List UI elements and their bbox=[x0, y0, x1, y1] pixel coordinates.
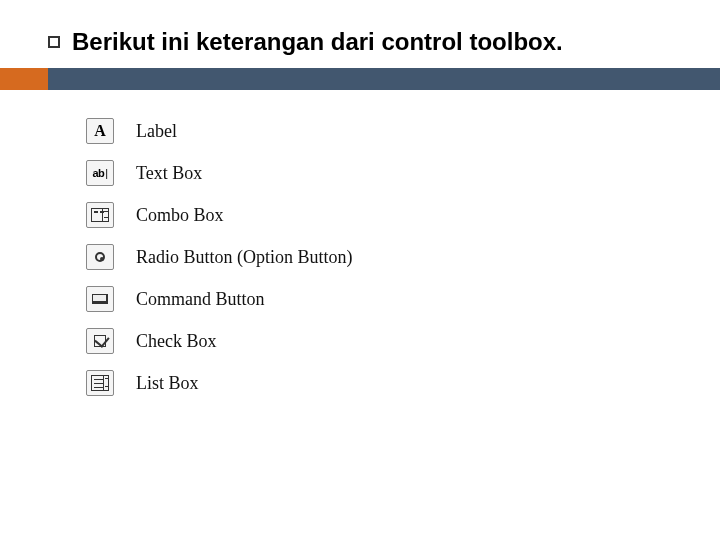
item-label: Label bbox=[136, 121, 177, 142]
glyph-button-3d bbox=[92, 294, 108, 304]
list-item: A Label bbox=[86, 118, 680, 144]
list-item: List Box bbox=[86, 370, 680, 396]
glyph-radio-dot bbox=[95, 252, 105, 262]
list-item: Combo Box bbox=[86, 202, 680, 228]
item-label: Check Box bbox=[136, 331, 217, 352]
glyph-letter-a: A bbox=[94, 122, 106, 140]
glyph-combobox bbox=[91, 208, 109, 222]
label-icon: A bbox=[86, 118, 114, 144]
accent-navy bbox=[48, 68, 720, 90]
accent-orange bbox=[0, 68, 48, 90]
list-item: ab Text Box bbox=[86, 160, 680, 186]
glyph-checkmark-box bbox=[94, 335, 106, 347]
combobox-icon bbox=[86, 202, 114, 228]
list-item: Command Button bbox=[86, 286, 680, 312]
checkbox-icon bbox=[86, 328, 114, 354]
radio-icon bbox=[86, 244, 114, 270]
item-label: Radio Button (Option Button) bbox=[136, 247, 353, 268]
list-item: Check Box bbox=[86, 328, 680, 354]
list-item: Radio Button (Option Button) bbox=[86, 244, 680, 270]
accent-bar bbox=[0, 68, 720, 90]
textbox-icon: ab bbox=[86, 160, 114, 186]
item-label: List Box bbox=[136, 373, 199, 394]
slide-heading: Berikut ini keterangan dari control tool… bbox=[48, 28, 680, 56]
item-label: Command Button bbox=[136, 289, 265, 310]
item-label: Text Box bbox=[136, 163, 202, 184]
bullet-square-icon bbox=[48, 36, 60, 48]
slide: Berikut ini keterangan dari control tool… bbox=[0, 0, 720, 540]
glyph-ab-cursor: ab bbox=[92, 167, 107, 179]
item-label: Combo Box bbox=[136, 205, 224, 226]
glyph-lines-scroll bbox=[91, 375, 109, 391]
heading-text: Berikut ini keterangan dari control tool… bbox=[72, 28, 563, 56]
control-list: A Label ab Text Box Combo Box Radio Butt… bbox=[86, 118, 680, 396]
command-icon bbox=[86, 286, 114, 312]
listbox-icon bbox=[86, 370, 114, 396]
